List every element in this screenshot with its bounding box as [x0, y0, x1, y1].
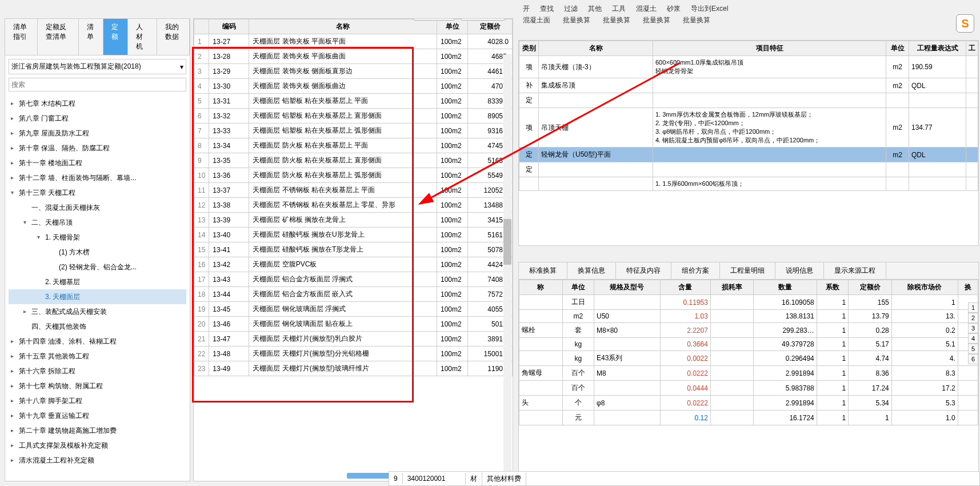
table-row[interactable]: m2U501.03138.8131113.7913.	[519, 310, 978, 323]
tree-node[interactable]: 工具式支撑架及模板补充定额	[9, 438, 186, 453]
menu-item[interactable]: 开	[523, 4, 530, 14]
table-row[interactable]: 1013-36天棚面层 防火板 粘在夹板基层上 弧形侧面100m25549.1	[194, 168, 513, 183]
search-box[interactable]	[9, 78, 186, 91]
row-num[interactable]: 6	[968, 354, 978, 364]
col-header[interactable]: 单位	[562, 280, 594, 295]
tree-node[interactable]: 2. 天棚基层	[9, 274, 186, 289]
col-header[interactable]: 编码	[209, 19, 249, 34]
insert-button[interactable]: 插入(I)	[413, 18, 455, 21]
tree-node[interactable]: 第十一章 楼地面工程	[9, 156, 186, 170]
tree-node[interactable]: 第十四章 油漆、涂料、裱糊工程	[9, 334, 186, 349]
table-row[interactable]: 513-31天棚面层 铝塑板 粘在夹板基层上 平面100m28339.3	[194, 94, 513, 109]
tree-node[interactable]: (2) 轻钢龙骨、铝合金龙...	[9, 260, 186, 274]
tree-node[interactable]: 第九章 屋面及防水工程	[9, 126, 186, 141]
table-row[interactable]: 1813-44天棚面层 铝合金方板面层 嵌入式100m27572.7	[194, 287, 513, 302]
detail-tab[interactable]: 显示来源工程	[824, 262, 886, 279]
table-row[interactable]: 813-34天棚面层 防火板 粘在夹板基层上 平面100m24745.2	[194, 138, 513, 153]
detail-tab[interactable]: 标准换算	[519, 262, 567, 279]
table-row[interactable]: 2213-48天棚面层 天棚灯片(搁放型)分光铝格栅100m215001.8	[194, 346, 513, 361]
tree-node[interactable]: 1. 天棚骨架	[9, 230, 186, 245]
table-row[interactable]: 1413-40天棚面层 硅酸钙板 搁放在U形龙骨上100m25161.3	[194, 228, 513, 242]
table-row[interactable]: 1313-39天棚面层 矿棉板 搁放在龙骨上100m23415.0	[194, 213, 513, 228]
col-header[interactable]: 项目特征	[653, 41, 886, 56]
submenu-item[interactable]: 批量换算	[683, 15, 710, 25]
row-num[interactable]: 4	[968, 333, 978, 344]
detail-tab[interactable]: 组价方案	[671, 262, 720, 279]
quota-table[interactable]: 编码名称单位定额价 113-27天棚面层 装饰夹板 平面板平面100m24028…	[194, 19, 513, 376]
table-row[interactable]: 1713-43天棚面层 铝合金方板面层 浮搁式100m27408.9	[194, 272, 513, 287]
table-row[interactable]: 113-27天棚面层 装饰夹板 平面板平面100m24028.0	[194, 34, 513, 49]
menu-item[interactable]: 混凝土	[636, 4, 657, 14]
table-row[interactable]: kgE43系列0.00220.29649414.744.	[519, 351, 978, 366]
col-header[interactable]: 换	[958, 280, 978, 295]
tab-0[interactable]: 清单指引	[5, 19, 38, 55]
submenu-item[interactable]: 批量换算	[643, 15, 670, 25]
col-header[interactable]: 系数	[817, 280, 848, 295]
table-row[interactable]: 413-30天棚面层 装饰夹板 侧面板曲边100m24707.	[194, 79, 513, 94]
menu-item[interactable]: 其他	[588, 4, 602, 14]
menu-item[interactable]: 导出到Excel	[691, 4, 728, 14]
col-header[interactable]: 称	[519, 280, 563, 295]
detail-table[interactable]: 称单位规格及型号含量损耗率数量系数定额价除税市场价换 工日0.1195316.1…	[519, 280, 978, 425]
tree-node[interactable]: 第十二章 墙、柱面装饰与隔断、幕墙...	[9, 170, 186, 185]
table-row[interactable]: 1513-41天棚面层 硅酸钙板 搁放在T形龙骨上100m25078.2	[194, 242, 513, 257]
table-row[interactable]: 1913-45天棚面层 钢化玻璃面层 浮搁式100m24055.0	[194, 302, 513, 317]
detail-tab[interactable]: 换算信息	[567, 262, 616, 279]
tree-node[interactable]: 第十五章 其他装饰工程	[9, 349, 186, 364]
search-input[interactable]	[11, 81, 183, 89]
table-row[interactable]: 项吊顶天棚（顶-3）600×600mm1.0厚集成铝板吊顶 轻钢龙骨骨架m219…	[519, 56, 978, 78]
tree-node[interactable]: 第十七章 构筑物、附属工程	[9, 379, 186, 393]
detail-tab[interactable]: 说明信息	[775, 262, 824, 279]
col-header[interactable]: 损耗率	[710, 280, 754, 295]
ime-indicator[interactable]: S	[956, 14, 974, 33]
row-num[interactable]: 2	[968, 313, 978, 323]
table-row[interactable]: 工日0.1195316.10905811551	[519, 295, 978, 310]
col-header[interactable]: 工	[966, 41, 978, 56]
menu-item[interactable]: 工具	[612, 4, 626, 14]
col-header[interactable]: 含量	[660, 280, 710, 295]
scrollbar[interactable]	[503, 54, 511, 475]
tree-node[interactable]: 二、天棚吊顶	[9, 215, 186, 230]
table-row[interactable]: 补集成板吊顶m2QDL	[519, 78, 978, 93]
table-row[interactable]: 913-35天棚面层 防火板 粘在夹板基层上 直形侧面100m25163.0	[194, 153, 513, 168]
tree-node[interactable]: 第十章 保温、隔热、防腐工程	[9, 141, 186, 156]
tab-2[interactable]: 清单	[79, 19, 103, 55]
tree-node[interactable]: 第十九章 垂直运输工程	[9, 408, 186, 423]
tab-3[interactable]: 定额	[103, 19, 128, 55]
table-row[interactable]: 头个φ80.02222.99189415.345.3	[519, 396, 978, 411]
row-num[interactable]: 5	[968, 344, 978, 354]
menu-item[interactable]: 查找	[540, 4, 554, 14]
tree-node[interactable]: 清水混凝土工程补充定额	[9, 453, 186, 468]
table-row[interactable]: 定	[519, 162, 978, 177]
detail-tab[interactable]: 工程量明细	[720, 262, 775, 279]
table-row[interactable]: 2013-46天棚面层 钢化玻璃面层 贴在板上100m25012.	[194, 317, 513, 332]
table-row[interactable]: 螺栓套M8×802.2207299.283…10.280.2	[519, 323, 978, 338]
tab-5[interactable]: 我的数据	[157, 19, 190, 55]
row-num[interactable]: 3	[968, 323, 978, 333]
col-header[interactable]: 数量	[754, 280, 817, 295]
tab-1[interactable]: 定额反查清单	[38, 19, 79, 55]
row-num[interactable]: 1	[968, 302, 978, 313]
submenu-item[interactable]: 批量换算	[563, 15, 590, 25]
tree-node[interactable]: 3. 天棚面层	[9, 289, 186, 304]
tree-node[interactable]: 第十八章 脚手架工程	[9, 393, 186, 408]
quota-dropdown[interactable]: 浙江省房屋建筑与装饰工程预算定额(2018) ▾	[9, 59, 186, 74]
table-row[interactable]: 元0.1216.1724111.0	[519, 411, 978, 425]
replace-button[interactable]: 替换(R)	[461, 18, 506, 21]
submenu-item[interactable]: 批量换算	[603, 15, 630, 25]
table-row[interactable]: 713-33天棚面层 铝塑板 粘在夹板基层上 弧形侧面100m29316.2	[194, 124, 513, 138]
table-row[interactable]: 角螺母百个M80.02222.99189418.368.3	[519, 366, 978, 381]
table-row[interactable]: 1113-37天棚面层 不锈钢板 粘在夹板基层上 平面100m212052.2	[194, 183, 513, 198]
col-header[interactable]: 工程量表达式	[909, 41, 966, 56]
tree-node[interactable]: 第十三章 天棚工程	[9, 185, 186, 200]
menu-item[interactable]: 砂浆	[667, 4, 681, 14]
table-row[interactable]: 1613-42天棚面层 空腹PVC板100m24424.4	[194, 257, 513, 272]
scroll-thumb[interactable]	[503, 219, 511, 265]
table-row[interactable]: 定	[519, 93, 978, 108]
table-row[interactable]: 613-32天棚面层 铝塑板 粘在夹板基层上 直形侧面100m28905.8	[194, 109, 513, 124]
submenu-item[interactable]: 混凝土面	[523, 15, 550, 25]
col-header[interactable]: 单位	[886, 41, 909, 56]
detail-tab[interactable]: 特征及内容	[616, 262, 671, 279]
table-row[interactable]: 1213-38天棚面层 不锈钢板 粘在夹板基层上 零星、异形100m213488…	[194, 198, 513, 213]
table-row[interactable]: 项吊顶天棚1. 3mm厚仿木纹金属复合板饰面，12mm厚玻镁板基层； 2. 龙骨…	[519, 108, 978, 148]
